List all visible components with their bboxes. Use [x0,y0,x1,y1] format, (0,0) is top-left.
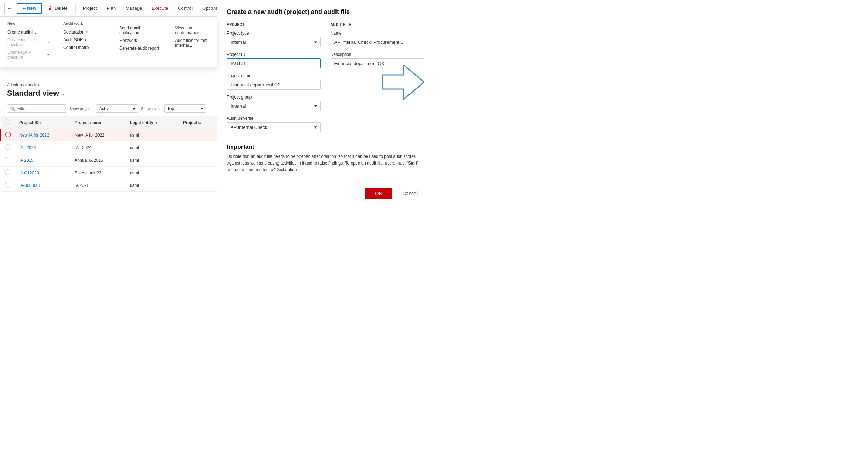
menu-create-qaip-checklist[interactable]: Create QAIP checklist ▾ [7,50,49,60]
show-projects-chevron-icon: ▾ [133,106,135,111]
cell-project-id: New IA for 2022 [15,129,71,141]
show-projects-dropdown[interactable]: Active ▾ [96,104,138,113]
radio-button[interactable] [5,132,11,137]
row-radio[interactable] [1,154,15,167]
rp-footer: OK Cancel [227,182,424,199]
important-section: Important Do note that an audit file nee… [227,144,424,174]
row-radio[interactable] [1,129,15,141]
show-levels-chevron-icon: ▾ [201,106,203,111]
chevron-icon: ▾ [86,30,88,34]
menu-send-email[interactable]: Send email notification [119,26,161,35]
name-label: Name [331,31,425,36]
col-project-id: Project ID ↑ [15,116,71,129]
project-type-label: Project type [227,31,321,36]
radio-button[interactable] [5,182,10,188]
nav-manage[interactable]: Manage [121,4,146,12]
menu-audit-sgr[interactable]: Audit SGR ▾ [63,37,105,42]
col-project-name: Project name [71,116,126,129]
cell-project-c [179,179,217,192]
cell-project-name: IA - 2024 [71,141,126,154]
nav-control[interactable]: Control [174,4,197,12]
nav-execute[interactable]: Execute [147,4,172,12]
ok-button[interactable]: OK [365,188,392,199]
panel-title-chevron-icon[interactable]: ⌄ [61,90,65,96]
table-container: Project ID ↑ Project name Legal entity ▼… [0,116,217,192]
menu-section-actions: Send email notification Fieldwork Genera… [112,21,168,63]
menu-audit-files[interactable]: Audit files for this internal... [175,38,217,48]
audit-universe-dropdown[interactable]: AP Internal Check ▾ [227,122,321,132]
menu-declaration[interactable]: Declaration ▾ [63,30,105,35]
project-name-group: Project name [227,73,321,90]
panel-header: All internal audits Standard view ⌄ [0,77,217,101]
back-button[interactable]: ← [4,3,15,14]
menu-generate-audit-report[interactable]: Generate audit report [119,46,161,51]
cancel-button[interactable]: Cancel [396,188,424,199]
search-icon: 🔍 [10,106,15,111]
table-row[interactable]: IA - 2024IA - 2024usmf [1,141,217,154]
row-radio[interactable] [1,167,15,179]
plus-icon: + [22,5,26,12]
menu-create-audit-file[interactable]: Create audit file [7,30,49,35]
nav-divider [75,4,76,13]
project-group-dropdown[interactable]: Internal ▾ [227,101,321,111]
cell-project-id: IA Q12023 [15,167,71,179]
table-row[interactable]: IA 2015Annual IA 2015usmf [1,154,217,167]
panel-title-row: Standard view ⌄ [7,89,210,98]
nav-project[interactable]: Project [79,4,101,12]
menu-view-nonconformances[interactable]: View non conformances [175,26,217,35]
cell-legal-entity: usmf [126,179,179,192]
cell-project-c [179,141,217,154]
filter-input[interactable] [17,106,63,111]
project-id-link[interactable]: IA Q12023 [19,170,39,175]
row-radio[interactable] [1,141,15,154]
project-id-link[interactable]: IA-0000001 [19,183,41,188]
sort-icon[interactable]: ↑ [39,121,41,124]
filter-icon[interactable]: ▼ [155,121,158,124]
row-radio[interactable] [1,179,15,192]
menu-control-matrix[interactable]: Control matrix [63,45,105,50]
table-row[interactable]: New IA for 2022New IA for 2022usmf [1,129,217,141]
nav-plan[interactable]: Plan [102,4,120,12]
menu-fieldwork[interactable]: Fieldwork [119,38,161,43]
filter-input-wrapper[interactable]: 🔍 [7,104,66,113]
important-text: Do note that an audit file needs to be o… [227,153,424,174]
important-title: Important [227,144,424,151]
table-header-row: Project ID ↑ Project name Legal entity ▼… [1,116,217,129]
delete-button[interactable]: 🗑 Delete [43,4,73,13]
table-row[interactable]: IA Q12023Sales audit 23usmf [1,167,217,179]
show-levels-dropdown[interactable]: Top ▾ [164,104,206,113]
project-group-value: Internal [231,103,246,109]
radio-button[interactable] [5,169,10,175]
chevron-icon: ▾ [85,38,86,42]
menu-section-new: New Create audit file Create initiation … [0,21,56,63]
cell-legal-entity: usmf [126,141,179,154]
project-type-dropdown[interactable]: Internal ▾ [227,37,321,47]
project-name-input[interactable] [227,80,321,90]
description-label: Description [331,52,425,57]
cell-project-id: IA-0000001 [15,179,71,192]
name-input[interactable] [331,37,425,47]
panel-subtitle: All internal audits [7,82,210,87]
project-id-link[interactable]: IA 2015 [19,158,34,163]
chevron-icon: ▾ [47,53,49,57]
project-group-chevron-icon: ▾ [314,103,317,109]
project-id-link[interactable]: New IA for 2022 [19,133,49,138]
project-id-input[interactable] [227,58,321,68]
header-checkbox[interactable] [5,119,10,125]
project-id-group: Project ID [227,52,321,68]
project-id-label: Project ID [227,52,321,57]
right-panel: Create a new audit (project) and audit f… [217,0,434,230]
chevron-icon: ▾ [47,41,49,44]
radio-button[interactable] [5,157,10,162]
project-type-group: Project type Internal ▾ [227,31,321,47]
project-id-link[interactable]: IA - 2024 [19,145,36,150]
new-button[interactable]: + New [17,3,42,14]
radio-button[interactable] [5,144,10,150]
show-projects-value: Active [99,106,111,111]
table-row[interactable]: IA-0000001IA 2021usmf [1,179,217,192]
delete-label: Delete [55,6,68,11]
cell-project-c [179,154,217,167]
menu-create-initiation-checklist[interactable]: Create initiation checklist ▾ [7,37,49,47]
filter-row: 🔍 Show projects Active ▾ Show levels Top… [0,101,217,116]
rp-project-col: PROJECT Project type Internal ▾ Project … [227,23,321,137]
